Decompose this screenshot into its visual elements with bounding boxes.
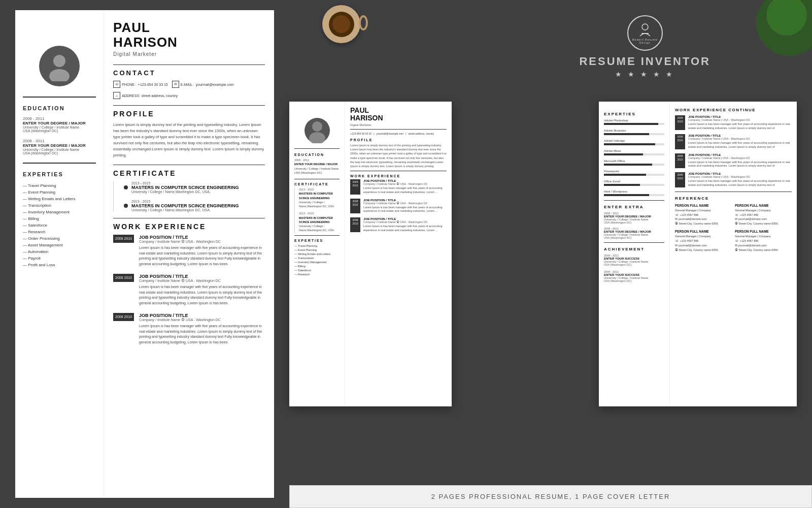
small-cert-title: CERTIFICATE [294,182,340,186]
work-details-1: JOB POSITION / TITLE Company / Institute… [139,274,265,306]
cert-item-2: 2013 - 2015 MASTERS IN COMPUTER SCINCE E… [124,200,265,212]
small-avatar [304,118,330,143]
ref-item-3: PERSON FULL NAME General Manager | Compa… [735,229,792,252]
skill-item-2: Adobe Indesign [604,139,664,145]
svg-point-5 [309,132,325,143]
work-continue-title: WORK EXPERIENCE CONTINUE [675,108,792,112]
divider-cert [113,165,265,165]
skills-bars: Adobe Photoshop Adobe Illustrator Adobe … [604,119,664,196]
expertise-item: Research [23,229,96,235]
expertise-item: Asset Management [23,242,96,248]
skill-bar-bg-0 [604,123,664,125]
work-company-1: Company / Institute Name ⦿ USA - Washing… [139,279,265,282]
profile-text: Lorem Ipsum is simply dummy text of the … [113,122,265,158]
contact-address: ⌂ ADDRESS: street address, country [113,92,178,99]
small-name: PAUL HARISON [350,107,447,122]
edu-loc-2: USA (Washington DC) [23,151,96,155]
small-expertise-item: — Transcription [294,256,340,260]
small-sidebar: EDUCATION 2008 - 2011 ENTER YOUR DEGREE … [289,102,345,406]
reference-grid: PERSON FULL NAME General Manager | Compa… [675,203,792,252]
small-expertise-item: — Billing [294,264,340,268]
edu-degree-1: ENTER YOUR DEGREE / MAJOR [23,121,96,125]
expertise-item: Inventory Management [23,209,96,215]
divider-1 [23,97,96,98]
cert-degree-2: MASTERS IN COMPUTER SCINCE ENGINEERING [131,203,265,208]
divider-profile [113,105,265,106]
skills-left-col: EXPERTIES Adobe Photoshop Adobe Illustra… [599,102,670,406]
small-expertise-item: — Event Planning [294,248,340,252]
skill-item-1: Adobe Illustrator [604,129,664,135]
work-cont-3: 2008 2010 JOB POSITION / TITLE Company /… [675,172,792,187]
contact-email: ✉ E-MAIL : yourmail@example.com [172,81,234,88]
edu-school-1: University / College / Institute Name [23,125,96,129]
skill-item-6: Office Excel [604,180,664,186]
work-cont-2: 2008 2010 JOB POSITION / TITLE Company /… [675,153,792,168]
achievement-items: 2008 - 2011 ENTER YOUR SUCCESS Universit… [604,254,664,282]
experties-title: EXPERTIES [23,171,96,177]
work-title-0: JOB POSITION / TITLE [139,235,265,240]
skills-div-extra [604,200,664,201]
work-desc-1: Lorem Ipsum is has been manager with fiv… [139,284,265,306]
cert-timeline: 2013 - 2015 MASTERS IN COMPUTER SCINCE E… [113,181,265,212]
brand-area: Modern Resume Design RESUME INVENTOR ★ ★… [579,15,710,78]
contact-row: ☏ PHONE : +123-654 30 33 15 ✉ E-MAIL : y… [113,81,265,99]
work-item-2: 2008 2010 JOB POSITION / TITLE Company /… [113,313,265,345]
small-expertise-item: — Writing Emails and Letters [294,252,340,256]
work-heading: WORK EXPERIENCE [113,223,265,231]
skill-item-0: Adobe Photoshop [604,119,664,125]
work-company-2: Company / Institute Name ⦿ USA - Washing… [139,318,265,322]
expertise-list: Travel PlanningEvent PlanningWriting Ema… [23,182,96,268]
small-work-title: WORK EXPERIENCE [350,174,447,178]
small-resume: EDUCATION 2008 - 2011 ENTER YOUR DEGREE … [289,102,452,406]
skill-bar-bg-6 [604,184,664,186]
skill-bar-fill-4 [604,164,652,166]
skill-item-5: Powerpoint [604,170,664,176]
svg-point-3 [49,69,70,81]
svg-rect-1 [641,33,649,34]
email-label: E-MAIL : [181,83,194,86]
expertise-item: Payroll [23,255,96,262]
email-icon: ✉ [172,81,179,88]
small-edu-title: EDUCATION [294,153,340,156]
skill-bar-bg-1 [604,133,664,135]
cert-degree-1: MASTERS IN COMPUTER SCINCE ENGINEERING [131,185,265,190]
ref-divider [675,192,792,192]
phone-value: +123-654 30 33 15 [138,83,168,86]
email-value: yourmail@example.com [196,83,234,86]
skill-bar-fill-7 [604,194,649,196]
expertise-item: Travel Planning [23,182,96,189]
work-desc-2: Lorem Ipsum is has been manager with fiv… [139,324,265,345]
svg-point-0 [642,24,648,30]
cert-heading: CERTIFICATE [113,169,265,177]
skill-bar-bg-2 [604,143,664,145]
expertise-item: Order Processing [23,235,96,242]
brand-title: RESUME INVENTOR [579,55,710,68]
address-label: ADDRESS: [122,94,140,98]
expertise-item: Event Planning [23,189,96,196]
small-content: PAUL HARISON Digital Marketer +123-654 3… [345,102,452,406]
work-badge-2: 2008 2010 [113,313,134,321]
skill-bar-fill-5 [604,174,646,176]
work-item-1: 2008 2010 JOB POSITION / TITLE Company /… [113,274,265,306]
main-resume: EDUCATION 2008 - 2011 ENTER YOUR DEGREE … [15,10,274,498]
cert-years-1: 2013 - 2015 [131,181,265,185]
expertise-item: Automation [23,248,96,255]
brand-logo: Modern Resume Design [627,15,663,51]
bottom-banner-text: 2 PAGES PROFESSIONAL RESUME, 1 PAGE COVE… [431,493,670,500]
small-exp-list: — Travel Planning— Event Planning— Writi… [294,244,340,276]
extra-edu-1: 2008 - 2011 ENTER YOUR DEGREE / MAJOR Un… [604,227,664,239]
bottom-banner: 2 PAGES PROFESSIONAL RESUME, 1 PAGE COVE… [289,485,812,508]
resume-job-title: Digital Marketer [113,51,265,57]
work-title-2: JOB POSITION / TITLE [139,313,265,318]
skill-bar-fill-1 [604,133,649,135]
work-details-0: JOB POSITION / TITLE Company / Institute… [139,235,265,267]
small-expertise-item: — Inventory Management [294,260,340,264]
expertise-item: Salesforce [23,222,96,229]
resume-content: PAUL HARISON Digital Marketer CONTACT ☏ … [104,10,274,498]
skill-bar-bg-7 [604,194,664,196]
skill-bar-fill-6 [604,184,640,186]
small-work-2: 2008 2010 JOB POSITION / TITLE Company /… [350,217,447,232]
work-title-1: JOB POSITION / TITLE [139,274,265,279]
skills-div-ach [604,242,664,243]
expertise-item: Writing Emails and Letters [23,196,96,202]
